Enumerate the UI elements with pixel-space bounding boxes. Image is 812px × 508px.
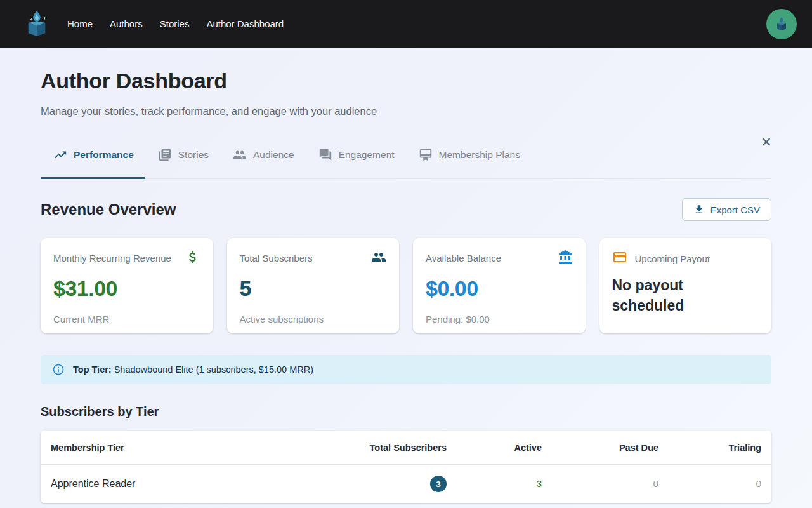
book-flame-logo[interactable] xyxy=(24,9,49,39)
mrr-value: $31.00 xyxy=(53,276,200,301)
col-active: Active xyxy=(447,443,542,453)
col-past-due: Past Due xyxy=(542,443,658,453)
tab-label: Performance xyxy=(74,149,134,161)
tab-label: Stories xyxy=(178,149,209,161)
nav-link-home[interactable]: Home xyxy=(67,18,93,29)
banner-text: Top Tier:Shadowbound Elite (1 subscriber… xyxy=(73,364,313,375)
nav-link-stories[interactable]: Stories xyxy=(160,18,190,29)
user-avatar[interactable] xyxy=(766,9,797,39)
export-csv-label: Export CSV xyxy=(710,204,760,215)
banner-label: Top Tier: xyxy=(73,364,112,375)
subscribers-value: 5 xyxy=(240,276,387,301)
nav-links: Home Authors Stories Author Dashboard xyxy=(67,18,284,29)
card-label: Monthly Recurring Revenue xyxy=(53,250,171,264)
card-available-balance: Available Balance $0.00 Pending: $0.00 xyxy=(413,238,586,333)
banner-value: Shadowbound Elite (1 subscribers, $15.00… xyxy=(114,364,313,375)
nav-link-authors[interactable]: Authors xyxy=(110,18,143,29)
card-label: Available Balance xyxy=(426,250,501,264)
balance-sub: Pending: $0.00 xyxy=(426,314,573,324)
card-label: Upcoming Payout xyxy=(635,250,710,264)
mrr-sub: Current MRR xyxy=(53,314,200,324)
people-icon xyxy=(371,250,386,265)
card-upcoming-payout: Upcoming Payout No payout scheduled xyxy=(599,238,772,333)
people-icon xyxy=(233,148,247,162)
tier-total-cell: 3 xyxy=(335,476,447,492)
tier-active-cell: 3 xyxy=(447,478,542,490)
nav-link-author-dashboard[interactable]: Author Dashboard xyxy=(206,18,284,29)
download-icon xyxy=(693,204,705,215)
revenue-overview-heading: Revenue Overview xyxy=(41,201,176,218)
card-label: Total Subscribers xyxy=(240,250,313,264)
book-flame-logo-svg xyxy=(25,10,49,39)
tier-trialing-cell: 0 xyxy=(658,478,761,490)
avatar-logo-icon xyxy=(775,17,788,32)
subscribers-by-tier-heading: Subscribers by Tier xyxy=(41,404,771,419)
tab-engagement[interactable]: Engagement xyxy=(306,143,406,178)
top-tier-banner: Top Tier:Shadowbound Elite (1 subscriber… xyxy=(41,355,771,384)
page-title: Author Dashboard xyxy=(41,69,771,93)
tier-name: Apprentice Reader xyxy=(51,478,335,490)
info-icon xyxy=(52,363,65,376)
subscribers-table: Membership Tier Total Subscribers Active… xyxy=(41,431,771,503)
tab-stories[interactable]: Stories xyxy=(145,143,220,178)
tabs-section: ✕ Performance Stories Audience Engagemen… xyxy=(41,143,771,179)
dollar-icon xyxy=(185,250,200,265)
revenue-section-header: Revenue Overview Export CSV xyxy=(41,198,771,221)
tab-audience[interactable]: Audience xyxy=(220,143,306,178)
page-subtitle: Manage your stories, track performance, … xyxy=(41,105,771,117)
tier-pastdue-cell: 0 xyxy=(542,478,658,490)
card-monthly-recurring-revenue: Monthly Recurring Revenue $31.00 Current… xyxy=(41,238,213,333)
bank-icon xyxy=(558,250,573,265)
credit-card-icon xyxy=(612,250,627,265)
chat-icon xyxy=(318,148,332,162)
top-navbar: Home Authors Stories Author Dashboard xyxy=(0,0,812,48)
tab-performance[interactable]: Performance xyxy=(41,143,145,178)
page-content: Author Dashboard Manage your stories, tr… xyxy=(0,69,812,503)
dashboard-tabs: Performance Stories Audience Engagement … xyxy=(41,143,771,179)
export-csv-button[interactable]: Export CSV xyxy=(682,198,771,221)
col-membership-tier: Membership Tier xyxy=(51,443,335,453)
subscribers-sub: Active subscriptions xyxy=(240,314,387,324)
col-trialing: Trialing xyxy=(658,443,761,453)
tab-label: Membership Plans xyxy=(439,149,520,161)
tab-label: Audience xyxy=(253,149,294,161)
card-total-subscribers: Total Subscribers 5 Active subscriptions xyxy=(227,238,400,333)
library-books-icon xyxy=(158,148,172,162)
payout-status-text: No payout scheduled xyxy=(612,275,707,316)
balance-value: $0.00 xyxy=(426,276,573,301)
tab-label: Engagement xyxy=(339,149,395,161)
card-membership-icon xyxy=(419,148,433,162)
col-total-subscribers: Total Subscribers xyxy=(335,443,447,453)
total-badge: 3 xyxy=(430,476,447,492)
close-icon[interactable]: ✕ xyxy=(756,132,776,152)
tab-membership-plans[interactable]: Membership Plans xyxy=(406,143,532,178)
stat-cards: Monthly Recurring Revenue $31.00 Current… xyxy=(41,238,771,333)
table-header-row: Membership Tier Total Subscribers Active… xyxy=(41,431,771,465)
trending-up-icon xyxy=(53,148,67,162)
table-row: Apprentice Reader 3 3 0 0 xyxy=(41,465,771,503)
